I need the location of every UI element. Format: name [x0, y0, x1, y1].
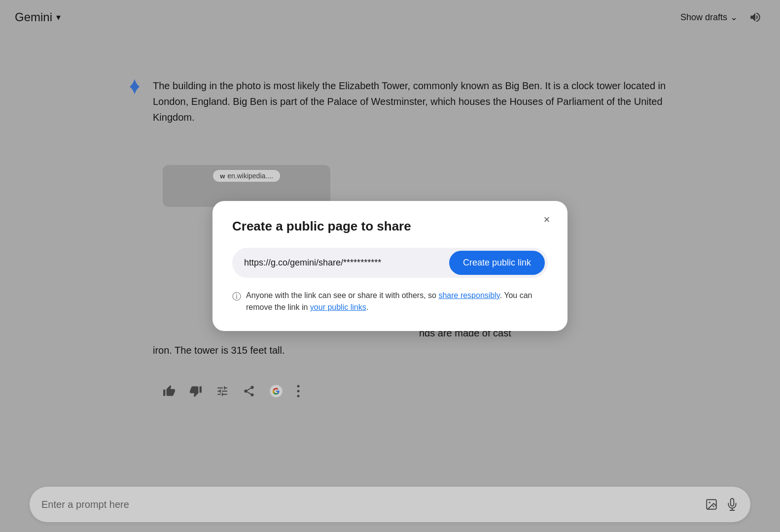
share-responsibly-link[interactable]: share responsibly	[438, 291, 499, 299]
public-links-link[interactable]: your public links	[310, 303, 366, 311]
info-text-before: Anyone with the link can see or share it…	[246, 291, 438, 299]
share-modal: × Create a public page to share https://…	[213, 201, 567, 331]
info-circle-icon: ⓘ	[232, 290, 241, 303]
modal-info-row: ⓘ Anyone with the link can see or share …	[232, 290, 548, 313]
modal-overlay: × Create a public page to share https://…	[0, 0, 780, 532]
modal-info-text: Anyone with the link can see or share it…	[246, 290, 548, 313]
create-public-link-button[interactable]: Create public link	[449, 251, 545, 275]
info-text-after: .	[366, 303, 368, 311]
close-icon: ×	[544, 213, 550, 226]
url-input-row: https://g.co/gemini/share/*********** Cr…	[232, 248, 548, 278]
modal-close-button[interactable]: ×	[538, 211, 556, 229]
modal-title: Create a public page to share	[232, 219, 548, 234]
share-url-display: https://g.co/gemini/share/***********	[244, 258, 443, 268]
